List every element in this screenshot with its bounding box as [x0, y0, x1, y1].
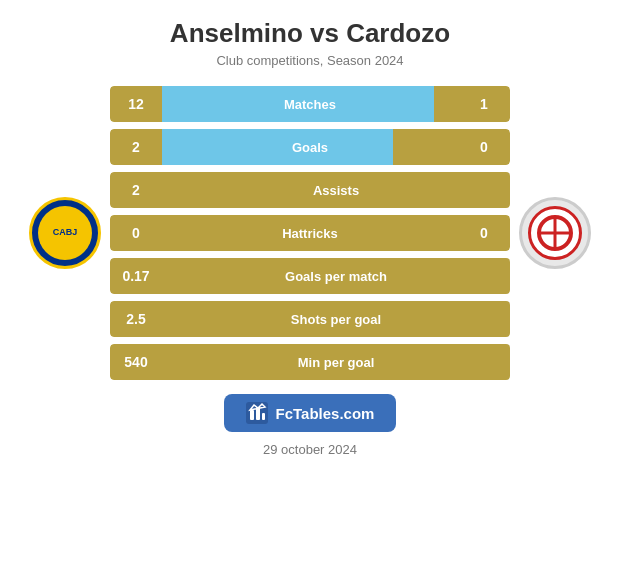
stat-bar-matches: Matches — [162, 86, 458, 122]
stat-left-mpg: 540 — [110, 344, 162, 380]
fctables-icon — [246, 402, 268, 424]
svg-rect-3 — [262, 413, 265, 420]
stat-bar-gpm: Goals per match — [162, 258, 510, 294]
stat-label-mpg: Min per goal — [162, 355, 510, 370]
stat-left-gpm: 0.17 — [110, 258, 162, 294]
stat-row-min-per-goal: 540 Min per goal — [110, 344, 510, 380]
stat-left-matches: 12 — [110, 86, 162, 122]
stat-label-assists: Assists — [162, 183, 510, 198]
stat-label-spg: Shots per goal — [162, 312, 510, 327]
stat-bar-hattricks: Hattricks — [162, 215, 458, 251]
boca-logo-text: CABJ — [53, 228, 78, 238]
team-logo-right — [510, 197, 600, 269]
stat-label-hattricks: Hattricks — [162, 226, 458, 241]
stat-row-goals-per-match: 0.17 Goals per match — [110, 258, 510, 294]
stat-row-goals: 2 Goals 0 — [110, 129, 510, 165]
watermark-text: FcTables.com — [276, 405, 375, 422]
stat-label-gpm: Goals per match — [162, 269, 510, 284]
stat-left-hattricks: 0 — [110, 215, 162, 251]
stat-row-hattricks: 0 Hattricks 0 — [110, 215, 510, 251]
page-subtitle: Club competitions, Season 2024 — [216, 53, 403, 68]
stats-column: 12 Matches 1 2 Goals 0 2 — [110, 86, 510, 380]
stat-right-hattricks: 0 — [458, 215, 510, 251]
stat-label-matches: Matches — [162, 97, 458, 112]
stat-bar-assists: Assists — [162, 172, 510, 208]
stat-bar-goals: Goals — [162, 129, 458, 165]
stat-left-goals: 2 — [110, 129, 162, 165]
stat-left-assists: 2 — [110, 172, 162, 208]
page-title: Anselmino vs Cardozo — [170, 18, 450, 49]
watermark-badge: FcTables.com — [224, 394, 397, 432]
stat-row-matches: 12 Matches 1 — [110, 86, 510, 122]
stat-bar-spg: Shots per goal — [162, 301, 510, 337]
stat-row-assists: 2 Assists — [110, 172, 510, 208]
stat-left-spg: 2.5 — [110, 301, 162, 337]
stat-label-goals: Goals — [162, 140, 458, 155]
stat-bar-mpg: Min per goal — [162, 344, 510, 380]
svg-rect-1 — [250, 410, 254, 420]
stat-right-matches: 1 — [458, 86, 510, 122]
footer-date: 29 october 2024 — [263, 442, 357, 457]
stat-row-shots-per-goal: 2.5 Shots per goal — [110, 301, 510, 337]
team-logo-left: CABJ — [20, 197, 110, 269]
stat-right-goals: 0 — [458, 129, 510, 165]
